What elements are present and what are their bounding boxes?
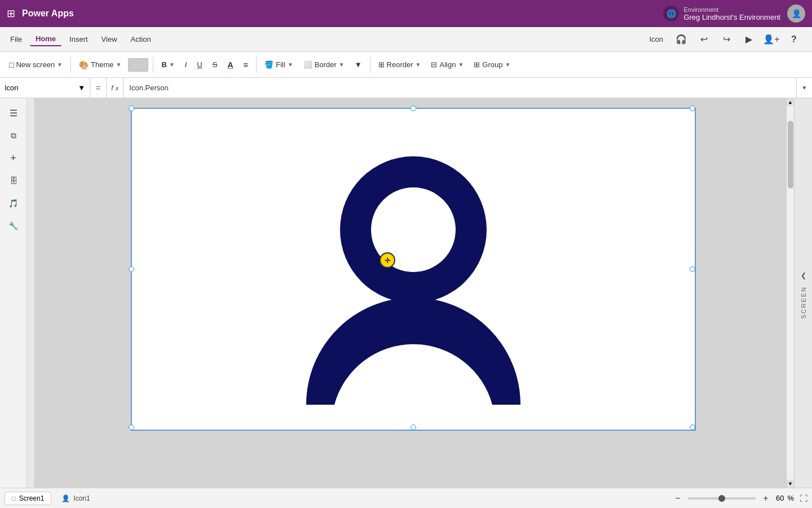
font-color-button[interactable]: A bbox=[223, 58, 237, 72]
scroll-down-btn[interactable]: ▼ bbox=[787, 480, 794, 488]
group-caret: ▼ bbox=[505, 62, 510, 68]
theme-button[interactable]: 🎨 Theme ▼ bbox=[74, 58, 126, 72]
zoom-slider-thumb[interactable] bbox=[718, 495, 725, 502]
theme-color-swatch[interactable] bbox=[128, 58, 148, 72]
reorder-caret: ▼ bbox=[416, 62, 421, 68]
sep3 bbox=[256, 57, 257, 73]
toolbar: □ New screen ▼ 🎨 Theme ▼ B ▼ I U S A ≡ 🪣… bbox=[0, 52, 812, 78]
icon1-tab-label: Icon1 bbox=[73, 494, 90, 502]
panel-collapse-arrow[interactable]: ❮ bbox=[801, 271, 806, 279]
align-btn[interactable]: ⊟ Align ▼ bbox=[426, 58, 468, 71]
formula-selector-value: Icon bbox=[5, 84, 19, 92]
move-cursor-icon: ✛ bbox=[385, 256, 391, 265]
zoom-unit: % bbox=[787, 494, 794, 502]
theme-label: Theme bbox=[91, 60, 113, 69]
menu-file[interactable]: File bbox=[5, 33, 28, 46]
align-button[interactable]: ≡ bbox=[239, 58, 253, 72]
redo-icon-btn[interactable]: ↪ bbox=[717, 30, 735, 49]
align-icon: ≡ bbox=[244, 60, 249, 69]
new-screen-caret: ▼ bbox=[57, 62, 63, 68]
border-label: Border bbox=[315, 60, 337, 69]
formula-expand-caret[interactable]: ▼ bbox=[796, 78, 812, 98]
right-panel: ❮ SCREEN bbox=[794, 98, 812, 488]
underline-label: U bbox=[197, 60, 202, 69]
screen-label: SCREEN bbox=[800, 286, 807, 319]
reorder-label: Reorder bbox=[387, 60, 413, 69]
bottombar: □ Screen1 👤 Icon1 − + 60 % ⛶ bbox=[0, 488, 812, 508]
group-icon: ⊞ bbox=[474, 60, 480, 69]
menu-insert[interactable]: Insert bbox=[64, 33, 94, 46]
bold-caret: ▼ bbox=[169, 62, 175, 68]
theme-icon: 🎨 bbox=[79, 60, 89, 69]
fill-caret: ▼ bbox=[288, 62, 293, 68]
app-title: Power Apps bbox=[22, 8, 74, 19]
menu-action[interactable]: Action bbox=[125, 33, 157, 46]
group-label: Group bbox=[482, 60, 502, 69]
formula-fx[interactable]: fx bbox=[107, 78, 123, 98]
border-button[interactable]: ⬜ Border ▼ bbox=[299, 58, 349, 71]
left-sidebar: ☰ ⧉ + 🗄 🎵 🔧 bbox=[0, 98, 27, 488]
help-icon-btn[interactable]: ? bbox=[785, 30, 803, 49]
fill-label: Fill bbox=[276, 60, 285, 69]
zoom-expand-btn[interactable]: ⛶ bbox=[800, 494, 807, 503]
menu-home[interactable]: Home bbox=[30, 32, 61, 46]
formulabar: Icon ▼ = fx ▼ bbox=[0, 78, 812, 98]
person-icon-svg bbox=[306, 134, 520, 405]
scroll-up-btn[interactable]: ▲ bbox=[787, 98, 794, 106]
group-button[interactable]: ⊞ Group ▼ bbox=[469, 58, 515, 71]
zoom-plus-btn[interactable]: + bbox=[759, 492, 773, 505]
italic-label: I bbox=[185, 60, 187, 69]
align-btn-caret: ▼ bbox=[458, 62, 464, 68]
sidebar-tools-icon[interactable]: 🔧 bbox=[3, 216, 24, 236]
move-cursor-indicator[interactable]: ✛ bbox=[379, 252, 395, 268]
fill-icon: 🪣 bbox=[264, 60, 273, 69]
main-area: ☰ ⧉ + 🗄 🎵 🔧 bbox=[0, 98, 812, 488]
screen-canvas: ✛ bbox=[131, 108, 695, 430]
formula-input[interactable] bbox=[123, 78, 796, 98]
fill-button[interactable]: 🪣 Fill ▼ bbox=[260, 58, 298, 71]
avatar[interactable]: 👤 bbox=[787, 5, 805, 23]
sidebar-add-icon[interactable]: + bbox=[3, 148, 24, 168]
undo-icon-btn[interactable]: ↩ bbox=[695, 30, 713, 49]
environment-area: 🌐 Environment Greg Lindhorst's Environme… bbox=[663, 6, 780, 21]
headset-icon-btn[interactable]: 🎧 bbox=[672, 30, 690, 49]
border-icon: ⬜ bbox=[303, 60, 312, 69]
border-caret: ▼ bbox=[339, 62, 345, 68]
zoom-slider-track[interactable] bbox=[688, 497, 756, 500]
bold-label: B bbox=[161, 60, 166, 69]
strikethrough-button[interactable]: S bbox=[208, 58, 222, 71]
menu-right-icons: Icon 🎧 ↩ ↪ ▶ 👤+ ? bbox=[649, 30, 803, 49]
canvas-area: ✛ ▲ ▼ bbox=[27, 98, 794, 488]
scroll-thumb[interactable] bbox=[788, 121, 793, 189]
play-icon-btn[interactable]: ▶ bbox=[740, 30, 758, 49]
zoom-minus-btn[interactable]: − bbox=[671, 492, 685, 505]
sep2 bbox=[153, 57, 153, 73]
sep1 bbox=[70, 57, 71, 73]
environment-icon: 🌐 bbox=[663, 6, 679, 21]
underline-button[interactable]: U bbox=[192, 58, 206, 71]
bold-button[interactable]: B ▼ bbox=[157, 58, 179, 71]
italic-button[interactable]: I bbox=[180, 58, 192, 71]
sidebar-data-icon[interactable]: 🗄 bbox=[3, 170, 24, 191]
sep4 bbox=[370, 57, 370, 73]
sidebar-layers-icon[interactable]: ⧉ bbox=[3, 125, 24, 146]
formula-selector[interactable]: Icon ▼ bbox=[0, 78, 90, 98]
environment-name: Greg Lindhorst's Environment bbox=[683, 13, 780, 21]
screen1-tab[interactable]: □ Screen1 bbox=[5, 492, 51, 505]
strikethrough-label: S bbox=[213, 60, 218, 69]
vertical-scrollbar[interactable]: ▲ ▼ bbox=[786, 98, 794, 488]
sidebar-menu-icon[interactable]: ☰ bbox=[3, 103, 24, 123]
left-scroll bbox=[27, 98, 35, 488]
formula-selector-caret: ▼ bbox=[78, 84, 85, 92]
expand-down-button[interactable]: ▼ bbox=[350, 58, 367, 71]
person-add-icon-btn[interactable]: 👤+ bbox=[762, 30, 780, 49]
icon1-tab-icon: 👤 bbox=[61, 494, 70, 502]
icon1-tab[interactable]: 👤 Icon1 bbox=[55, 492, 96, 505]
grid-icon[interactable]: ⊞ bbox=[7, 7, 15, 20]
reorder-button[interactable]: ⊞ Reorder ▼ bbox=[374, 58, 426, 71]
new-screen-label: New screen bbox=[16, 60, 55, 69]
new-screen-button[interactable]: □ New screen ▼ bbox=[5, 58, 67, 72]
menu-view[interactable]: View bbox=[96, 33, 123, 46]
theme-caret: ▼ bbox=[116, 62, 121, 68]
sidebar-media-icon[interactable]: 🎵 bbox=[3, 193, 24, 213]
